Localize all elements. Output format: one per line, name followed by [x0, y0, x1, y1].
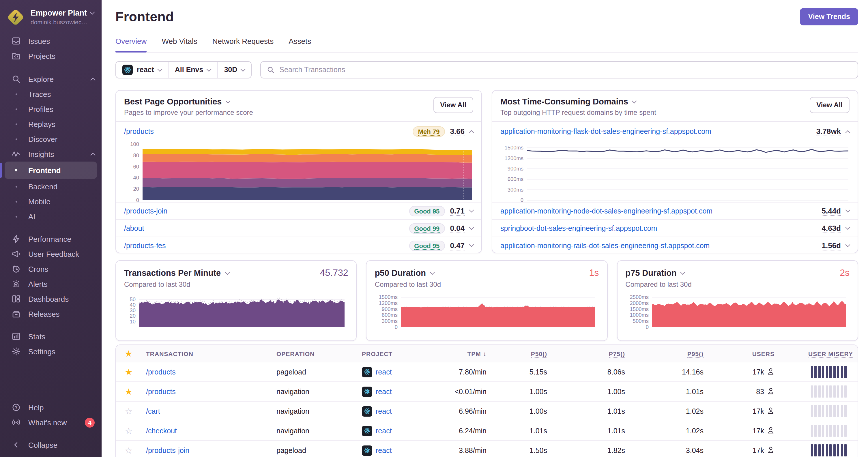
sidebar-item-label: Help: [28, 403, 95, 412]
sidebar-item-backend[interactable]: Backend: [0, 179, 101, 194]
sidebar-item-ai[interactable]: AI: [0, 209, 101, 224]
domain-link[interactable]: application-monitoring-rails-dot-sales-e…: [500, 241, 817, 250]
transaction-link[interactable]: /products-join: [124, 207, 404, 215]
stats-icon: [11, 332, 21, 341]
react-icon: [362, 386, 372, 397]
column-header-transaction[interactable]: TRANSACTION: [142, 350, 272, 357]
chevron-down-icon[interactable]: [845, 208, 850, 213]
domain-row[interactable]: application-monitoring-rails-dot-sales-e…: [492, 236, 858, 253]
page-row[interactable]: /aboutGood 990.04: [116, 219, 481, 236]
page-row[interactable]: /products-joinGood 950.71: [116, 202, 481, 219]
domain-row-expanded[interactable]: application-monitoring-flask-dot-sales-e…: [492, 122, 858, 141]
react-icon: [362, 426, 372, 436]
view-trends-button[interactable]: View Trends: [800, 8, 858, 25]
transaction-link[interactable]: /products: [124, 128, 408, 136]
sidebar-item-frontend[interactable]: Frontend: [0, 162, 101, 179]
sidebar-item-projects[interactable]: Projects: [0, 48, 101, 63]
sidebar-item-issues[interactable]: Issues: [0, 33, 101, 48]
sidebar-item-profiles[interactable]: Profiles: [0, 102, 101, 117]
column-header-misery[interactable]: USER MISERY: [779, 350, 858, 357]
tab-assets[interactable]: Assets: [288, 37, 311, 52]
org-switcher[interactable]: Empower Plant dominik.buszowiec…: [0, 0, 101, 32]
star-icon[interactable]: ★: [125, 348, 133, 358]
table-row[interactable]: ★/productsnavigationreact<0.01/min1.00s1…: [116, 382, 858, 402]
tab-network-requests[interactable]: Network Requests: [212, 37, 274, 52]
column-header-project[interactable]: PROJECT: [357, 350, 439, 357]
chevron-down-icon[interactable]: [469, 208, 474, 213]
domain-link[interactable]: springboot-dot-sales-engineering-sf.apps…: [500, 224, 817, 232]
domain-link[interactable]: application-monitoring-node-dot-sales-en…: [500, 207, 817, 215]
sidebar-item-what-s-new[interactable]: What's new4: [0, 415, 101, 430]
tab-web-vitals[interactable]: Web Vitals: [162, 37, 197, 52]
sidebar-item-crons[interactable]: Crons: [0, 261, 101, 276]
view-all-button[interactable]: View All: [809, 97, 849, 113]
table-row[interactable]: ☆/products-joinpageloadreact3.88/min1.50…: [116, 441, 858, 457]
domain-link[interactable]: application-monitoring-flask-dot-sales-e…: [500, 128, 811, 136]
chevron-down-icon[interactable]: [469, 242, 474, 247]
page-row-expanded[interactable]: /products Meh 79 3.66: [116, 122, 481, 141]
table-row[interactable]: ☆/cartnavigationreact6.96/min1.00s1.01s1…: [116, 402, 858, 421]
sidebar-item-collapse[interactable]: Collapse: [0, 437, 101, 452]
panel-title-row[interactable]: Best Page Opportunities: [124, 97, 253, 106]
transaction-link[interactable]: /cart: [146, 407, 160, 415]
metric-title-row[interactable]: Transactions Per Minute: [124, 268, 229, 278]
sidebar-item-dashboards[interactable]: Dashboards: [0, 291, 101, 306]
page-row[interactable]: /products-fesGood 950.47: [116, 236, 481, 253]
project-link[interactable]: react: [376, 446, 392, 454]
table-row[interactable]: ☆/checkoutnavigationreact6.24/min1.01s1.…: [116, 421, 858, 441]
panel-title-row[interactable]: Most Time-Consuming Domains: [500, 97, 656, 106]
project-link[interactable]: react: [376, 368, 392, 376]
sidebar-item-performance[interactable]: Performance: [0, 231, 101, 247]
domain-row[interactable]: springboot-dot-sales-engineering-sf.apps…: [492, 219, 858, 236]
project-link[interactable]: react: [376, 388, 392, 396]
column-header-operation[interactable]: OPERATION: [272, 350, 357, 357]
sidebar-item-stats[interactable]: Stats: [0, 329, 101, 344]
sidebar-item-label: Performance: [28, 234, 95, 243]
search-input[interactable]: [279, 66, 852, 74]
sidebar-item-discover[interactable]: Discover: [0, 132, 101, 146]
project-filter[interactable]: react: [116, 62, 168, 78]
chevron-up-icon[interactable]: [469, 130, 474, 135]
star-icon[interactable]: ☆: [125, 445, 133, 455]
chevron-down-icon[interactable]: [469, 225, 474, 230]
column-header-p95[interactable]: P95(): [630, 350, 708, 357]
chevron-down-icon[interactable]: [845, 242, 850, 247]
domain-row[interactable]: application-monitoring-node-dot-sales-en…: [492, 202, 858, 219]
metric-title-row[interactable]: p50 Duration: [375, 268, 434, 278]
star-icon[interactable]: ★: [125, 367, 133, 377]
column-header-users[interactable]: USERS: [708, 350, 779, 357]
transaction-link[interactable]: /products-fes: [124, 241, 404, 250]
transaction-link[interactable]: /products-join: [146, 446, 189, 454]
column-header-p75[interactable]: P75(): [552, 350, 630, 357]
chevron-up-icon[interactable]: [845, 130, 850, 135]
star-icon[interactable]: ☆: [125, 406, 133, 416]
project-link[interactable]: react: [376, 427, 392, 435]
view-all-button[interactable]: View All: [433, 97, 473, 113]
environment-filter[interactable]: All Envs: [168, 62, 217, 78]
transaction-link[interactable]: /checkout: [146, 427, 177, 435]
sidebar-item-alerts[interactable]: Alerts: [0, 276, 101, 291]
tab-overview[interactable]: Overview: [116, 37, 147, 52]
transaction-link[interactable]: /products: [146, 388, 176, 396]
column-header-star[interactable]: ★: [116, 348, 142, 359]
date-range-filter[interactable]: 30D: [217, 62, 251, 78]
star-icon[interactable]: ★: [125, 386, 133, 396]
sidebar-item-explore[interactable]: Explore: [0, 71, 101, 87]
sidebar-item-replays[interactable]: Replays: [0, 117, 101, 132]
sidebar-item-traces[interactable]: Traces: [0, 87, 101, 102]
sidebar-item-mobile[interactable]: Mobile: [0, 194, 101, 209]
sidebar-item-insights[interactable]: Insights: [0, 146, 101, 162]
project-link[interactable]: react: [376, 407, 392, 415]
table-row[interactable]: ★/productspageloadreact7.80/min5.15s8.06…: [116, 362, 858, 382]
sidebar-item-settings[interactable]: Settings: [0, 344, 101, 359]
transaction-link[interactable]: /products: [146, 368, 176, 376]
sidebar-item-help[interactable]: ?Help: [0, 400, 101, 415]
column-header-p50[interactable]: P50(): [491, 350, 552, 357]
column-header-tpm[interactable]: TPM ↓: [439, 350, 491, 357]
sidebar-item-user-feedback[interactable]: User Feedback: [0, 247, 101, 261]
chevron-down-icon[interactable]: [845, 225, 850, 230]
metric-title-row[interactable]: p75 Duration: [625, 268, 684, 278]
sidebar-item-releases[interactable]: Releases: [0, 306, 101, 321]
star-icon[interactable]: ☆: [125, 426, 133, 435]
transaction-link[interactable]: /about: [124, 224, 404, 232]
